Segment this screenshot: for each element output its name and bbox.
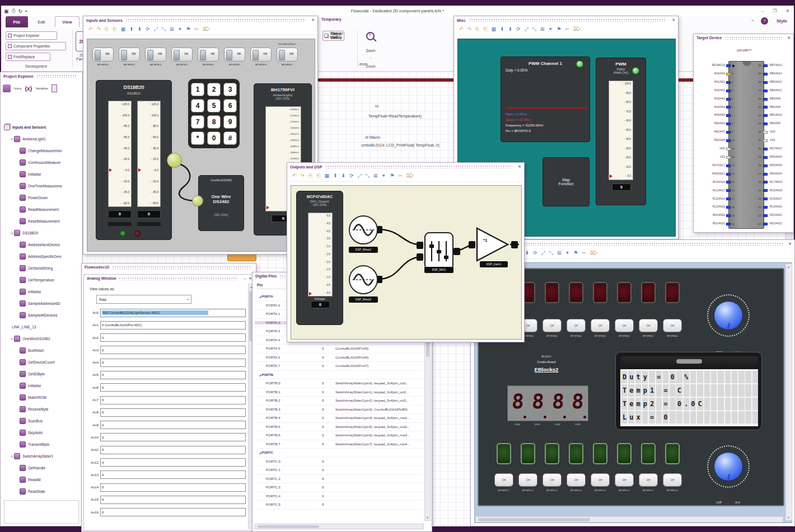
analog-window-title-bar[interactable]: Analog Window – ✕ [84,275,255,282]
scroll-up-icon[interactable]: ▲ [787,265,790,269]
analog-value-field[interactable]: 0 [100,433,246,441]
dsp-mixer-block[interactable] [424,232,453,270]
push-button[interactable]: Off [639,319,658,332]
toolbar-icon[interactable]: ⎗ [316,173,320,178]
macros-icon[interactable] [52,84,57,92]
pin-row[interactable]: PORTC [255,449,424,458]
ribbon-tab[interactable]: View [55,16,80,27]
analog-value-field[interactable]: 0 [100,483,246,492]
scrollbar-thumb[interactable] [258,525,319,528]
pin-square[interactable] [763,214,768,217]
close-button[interactable]: ✕ [785,8,789,13]
toolbar-icon[interactable]: ⟳ [349,173,354,178]
pin-square[interactable] [726,64,731,67]
pin-label[interactable]: RA0/AN0 [695,73,725,76]
analog-value-field[interactable]: 0 [100,371,246,379]
component-properties-button[interactable]: Component Properties [6,42,66,50]
push-button[interactable]: Off [494,473,513,487]
toggle-switch[interactable]: ON [277,48,298,62]
analog-value-field[interactable]: 825 ComboBL0114(LightSensor ADC) [100,309,246,317]
temperature-value-1[interactable]: 0 [108,210,132,218]
keypad-key[interactable]: 8 [207,115,221,129]
toolbar-icon[interactable]: ⎘ [475,27,479,32]
toolbar-icon[interactable]: ⊞ [170,27,174,32]
toolbar-icon[interactable]: ▦ [325,173,330,178]
toolbar-icon[interactable]: ⬇ [525,251,530,256]
analog-value-field[interactable]: 0 [100,508,246,516]
pin-square[interactable] [763,206,768,209]
toolbar-icon[interactable]: ⟳ [533,251,537,256]
pin-square[interactable] [726,223,731,225]
toolbar-icon[interactable]: ✂ [194,27,199,32]
slider-marker[interactable] [610,175,612,178]
pin-label[interactable]: RE1/AN7 [695,131,725,134]
pin-label[interactable]: RC0/AN16 [695,181,725,184]
close-icon[interactable]: ✕ [787,36,791,40]
variables-icon[interactable]: {x} [25,86,32,92]
connection-node[interactable] [192,195,203,206]
pin-square[interactable] [726,73,731,76]
toolbar-icon[interactable]: ⤡ [549,251,553,256]
pin-label[interactable]: RC1/AN17 [695,190,725,192]
pin-row[interactable]: PORTB.1 0 SwitchArraySlider1(pin1), keyp… [255,388,424,397]
tree-item[interactable]: OneTimeMeasureme [2,180,82,192]
slider-marker[interactable] [138,168,141,172]
tree-item[interactable]: ResetMeasurement [2,215,82,227]
pin-label[interactable]: RD4/AN24 [770,173,794,176]
slider-marker[interactable] [309,292,312,295]
pin-label[interactable]: RA5/AN5 [695,114,725,117]
toolbar-icon[interactable]: ⌦ [590,251,597,256]
pin-row[interactable]: PORTB.3 0 SwitchArraySlider1(pin3), Comb… [255,406,424,415]
pin-square[interactable] [726,181,731,183]
pin-label[interactable]: RD6/AN26 [770,156,794,159]
toolbar-icon[interactable]: ↶ [88,27,93,32]
pin-label[interactable]: RB2/AN8 [770,106,794,109]
toolbar-icon[interactable]: ↷ [97,27,101,32]
view-toggle[interactable]: Change History [322,31,345,40]
pin-label[interactable]: RE2/AN8 [695,139,725,142]
restore-button[interactable]: ❐ [773,8,777,13]
keypad-key[interactable]: 7 [191,115,204,129]
toolbar-icon[interactable]: ⤢ [525,27,529,32]
pin-square[interactable] [726,81,731,84]
pin-square[interactable] [726,106,731,109]
toolbar-icon[interactable]: ✦ [549,27,553,32]
tree-item[interactable]: OneWireDS2482 [2,333,82,345]
pin-label[interactable]: RD0/AN20 [695,214,725,217]
toolbar-icon[interactable]: ✂ [398,173,403,178]
tree-item[interactable]: GetHandle [2,462,82,474]
pin-square[interactable] [726,206,731,209]
keypad-key[interactable]: 4 [191,99,204,112]
pin-label[interactable]: RB5/AN12 [770,81,794,84]
outputs-panel-title-bar[interactable]: Outputs and DSP ✕ [287,163,524,171]
pin-square[interactable] [763,173,768,176]
toolbar-icon[interactable]: ⬇ [138,27,142,32]
analog-value-field[interactable]: 0 [100,359,246,367]
variables-label[interactable]: Variables [36,87,49,90]
pin-square[interactable] [763,114,768,117]
pin-square[interactable] [763,148,768,150]
toolbar-icon[interactable]: ⤢ [541,251,545,256]
pin-square[interactable] [726,189,731,192]
pin-label[interactable]: RA3/AN3 [695,98,725,101]
keypad-key[interactable]: 0 [207,131,221,145]
toolbar-icon[interactable]: ✦ [382,173,386,178]
pin-label[interactable]: RB1/AN10 [770,114,794,117]
minimize-button[interactable]: – [761,8,764,13]
toolbar-icon[interactable]: ⤢ [154,27,158,32]
pin-square[interactable] [763,197,768,200]
pin-label[interactable]: VDD [695,148,725,150]
pin-square[interactable] [726,156,731,159]
push-button[interactable]: Off [567,473,586,487]
keypad-key[interactable]: * [191,131,204,145]
toggle-switch[interactable]: ON [145,48,166,62]
pin-square[interactable] [726,148,731,150]
scroll-down-icon[interactable]: ▼ [426,516,429,519]
pin-square[interactable] [763,223,768,225]
toolbar-icon[interactable]: ↶ [292,173,297,178]
pin-row[interactable]: PORTA.5 0 ComboBL0114(PinA5) [255,345,424,354]
zoom-dropdown[interactable]: Zoom [362,49,380,53]
pin-row[interactable]: PORTB.6 0 SwitchArraySlider1(pin6), keyp… [255,431,424,440]
close-icon[interactable]: ✕ [518,164,521,169]
pin-square[interactable] [726,214,731,217]
